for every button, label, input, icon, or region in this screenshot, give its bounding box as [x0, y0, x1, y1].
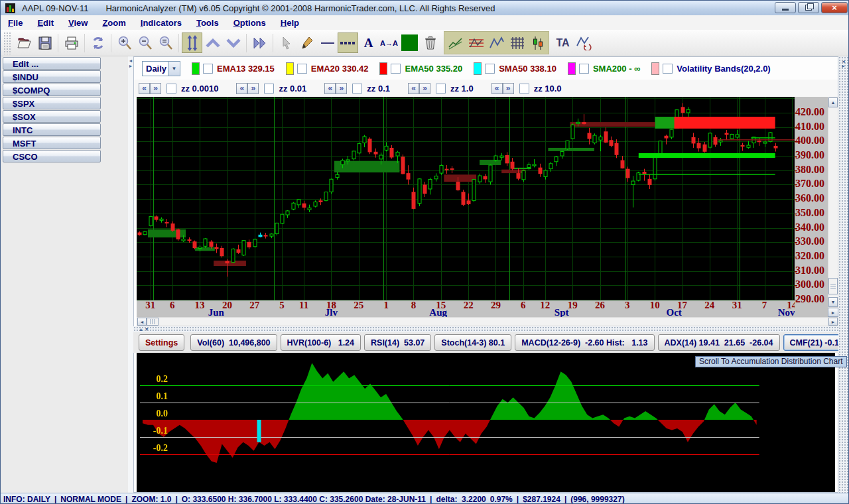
- price-scrollbar[interactable]: ▲ ▼: [828, 97, 838, 308]
- menu-indicators[interactable]: Indicators: [133, 17, 189, 29]
- save-button[interactable]: [34, 32, 55, 53]
- sma50-checkbox[interactable]: [485, 64, 495, 74]
- zoom-reset-button[interactable]: [155, 32, 176, 53]
- right-splitter[interactable]: ◄►: [838, 56, 849, 493]
- scroll-right-button[interactable]: ►: [828, 318, 838, 326]
- minimize-button[interactable]: [775, 2, 796, 13]
- grid-toggle-button[interactable]: [507, 32, 527, 53]
- scroll-up-button[interactable]: ▲: [828, 97, 838, 107]
- menu-view[interactable]: View: [61, 17, 95, 29]
- sidebar-item-compq[interactable]: $COMPQ: [3, 84, 101, 96]
- close-button[interactable]: ×: [821, 2, 848, 13]
- sidebar-item-csco[interactable]: CSCO: [3, 150, 101, 162]
- main-price-chart[interactable]: [137, 97, 795, 300]
- menu-tools[interactable]: Tools: [189, 17, 226, 29]
- ema13-checkbox[interactable]: [203, 64, 213, 74]
- price-scroll-thumb[interactable]: [828, 278, 838, 294]
- menu-help[interactable]: Help: [273, 17, 306, 29]
- zz001-prev-button[interactable]: [236, 83, 247, 94]
- dots-tool-button[interactable]: [338, 32, 358, 53]
- scale-mode-button[interactable]: [182, 32, 202, 53]
- menu-file[interactable]: File: [1, 17, 30, 29]
- line-tool-button[interactable]: [317, 32, 338, 53]
- ema20-checkbox[interactable]: [297, 64, 307, 74]
- cmf-chart[interactable]: [137, 353, 835, 492]
- zz10-prev-button[interactable]: [491, 83, 503, 94]
- volatility-label: Volatility Bands(20,2.0): [677, 64, 770, 74]
- zz-group-10: zz 10.0: [491, 83, 562, 94]
- rsi-indicator-button[interactable]: RSI(14) 53.07: [364, 334, 431, 351]
- price-tick-mark: [795, 214, 797, 214]
- time-scroll-thumb[interactable]: [147, 318, 159, 326]
- zz01-prev-button[interactable]: [324, 83, 336, 94]
- hvr-indicator-button[interactable]: HVR(100-6) 1.24: [281, 334, 361, 351]
- folder-open-icon: [17, 35, 33, 51]
- zz10-checkbox[interactable]: [519, 84, 529, 94]
- scroll-down-button[interactable]: ▼: [828, 297, 838, 307]
- sidebar-splitter[interactable]: ◄►: [128, 56, 133, 493]
- sidebar-item-msft[interactable]: MSFT: [3, 137, 101, 149]
- zigzag-reset-button[interactable]: [573, 32, 594, 53]
- toolbar-drag-handle[interactable]: [3, 32, 11, 54]
- sma200-checkbox[interactable]: [579, 64, 589, 74]
- zz1-next-button[interactable]: [419, 83, 430, 94]
- ta-button[interactable]: TA: [553, 32, 573, 53]
- sidebar-item-spx[interactable]: $SPX: [3, 97, 101, 109]
- menu-bar: File Edit View Zoom Indicators Tools Opt…: [1, 15, 849, 31]
- volatility-checkbox[interactable]: [663, 64, 673, 74]
- corner-scroll-button[interactable]: ►: [828, 308, 838, 317]
- zz01-next-button[interactable]: [336, 83, 347, 94]
- pencil-tool-button[interactable]: [296, 32, 317, 53]
- line-icon: [320, 41, 335, 45]
- zz0001-next-button[interactable]: [150, 83, 161, 94]
- restore-button[interactable]: [798, 2, 819, 13]
- zz001-checkbox[interactable]: [264, 84, 274, 94]
- zoom-in-button[interactable]: [114, 32, 135, 53]
- zz001-next-button[interactable]: [247, 83, 259, 94]
- trend-tool-button[interactable]: [445, 32, 466, 53]
- timeframe-select[interactable]: Daily ▼: [142, 61, 180, 76]
- volume-indicator-button[interactable]: Vol(60) 10,496,800: [190, 334, 277, 351]
- print-button[interactable]: [61, 32, 82, 53]
- menu-edit[interactable]: Edit: [30, 17, 61, 29]
- zz1-checkbox[interactable]: [436, 84, 446, 94]
- sidebar-item-edit[interactable]: Edit ...: [3, 57, 101, 70]
- open-button[interactable]: [14, 32, 34, 53]
- zoom-out-button[interactable]: [135, 32, 155, 53]
- sidebar: Edit ... $INDU $COMPQ $SPX $SOX INTC MSF…: [1, 56, 133, 493]
- pointer-tool-button[interactable]: [276, 32, 296, 53]
- ema50-label: EMA50 335.20: [405, 64, 462, 74]
- zigzag-tool-button[interactable]: [486, 32, 507, 53]
- text-tool-button[interactable]: A: [358, 32, 379, 53]
- refresh-button[interactable]: [88, 32, 108, 53]
- time-scrollbar[interactable]: ◄ ►: [137, 317, 838, 326]
- sidebar-item-indu[interactable]: $INDU: [3, 70, 101, 83]
- settings-button[interactable]: Settings: [139, 334, 184, 351]
- collapse-down-button[interactable]: [223, 32, 243, 53]
- zigzag-refresh-icon: [576, 36, 592, 50]
- zz0001-prev-button[interactable]: [139, 83, 150, 94]
- macd-indicator-button[interactable]: MACD(12-26-9) -2.60 Hist: 1.13: [515, 334, 654, 351]
- cmf-indicator-button[interactable]: CMF(21) -0.131: [783, 334, 838, 351]
- fib-tool-button[interactable]: [466, 32, 486, 53]
- menu-options[interactable]: Options: [226, 17, 273, 29]
- font-tool-button[interactable]: A→A: [379, 32, 399, 53]
- ema50-checkbox[interactable]: [391, 64, 401, 74]
- adx-indicator-button[interactable]: ADX(14) 19.41 21.65 -26.04: [658, 334, 780, 351]
- delete-button[interactable]: [420, 32, 440, 53]
- candles-toggle-button[interactable]: [527, 32, 548, 53]
- price-axis[interactable]: 420.00410.00400.00390.00380.00370.00360.…: [795, 97, 828, 317]
- sidebar-item-sox[interactable]: $SOX: [3, 110, 101, 123]
- zz0001-checkbox[interactable]: [166, 84, 176, 94]
- horizontal-splitter[interactable]: ▲ ▼: [133, 326, 838, 332]
- stoch-indicator-button[interactable]: Stoch(14-3) 80.1: [434, 334, 511, 351]
- fast-forward-button[interactable]: [249, 32, 270, 53]
- zz01-checkbox[interactable]: [352, 84, 362, 94]
- color-swatch-button[interactable]: [399, 32, 420, 53]
- zz10-next-button[interactable]: [503, 83, 514, 94]
- scroll-left-button[interactable]: ◄: [137, 318, 147, 326]
- collapse-up-button[interactable]: [202, 32, 223, 53]
- menu-zoom[interactable]: Zoom: [95, 17, 133, 29]
- sidebar-item-intc[interactable]: INTC: [3, 123, 101, 136]
- zz1-prev-button[interactable]: [408, 83, 419, 94]
